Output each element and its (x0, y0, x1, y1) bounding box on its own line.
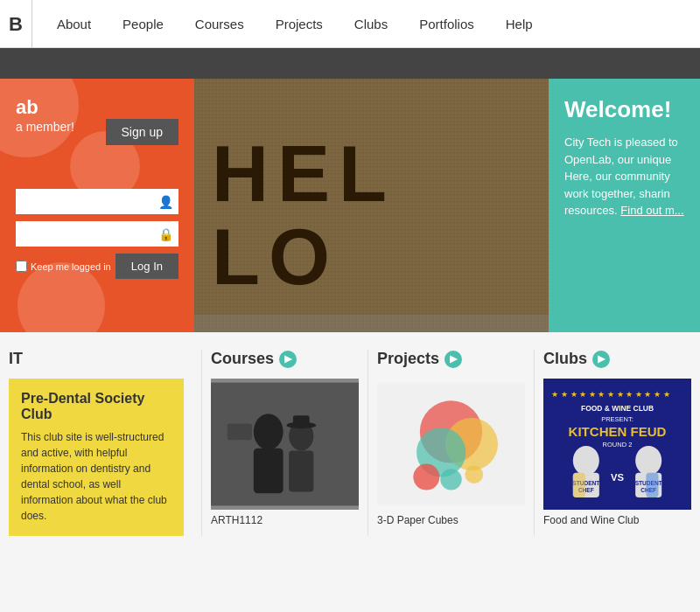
course-thumbnail[interactable] (211, 379, 359, 510)
svg-point-36 (635, 446, 662, 476)
nav-clubs[interactable]: Clubs (339, 0, 403, 47)
find-out-more-link[interactable]: Find out m... (620, 204, 683, 217)
svg-point-22 (413, 464, 439, 490)
dark-banner (0, 48, 700, 79)
navbar: B About People Courses Projects Clubs Po… (0, 0, 700, 48)
remember-text: Keep me logged in (31, 261, 111, 272)
login-form: 👤 🔒 Keep me logged in Log In (16, 189, 178, 279)
featured-club-card[interactable]: Pre-Dental Society Club This club site i… (9, 379, 184, 536)
projects-more-icon[interactable]: ▶ (444, 351, 462, 368)
course-image (211, 379, 359, 510)
svg-rect-13 (238, 440, 242, 473)
login-subtitle: a member! (16, 120, 74, 134)
courses-more-icon[interactable]: ▶ (279, 351, 297, 368)
hero-section: ab a member! Sign up 👤 🔒 Keep me logged … (0, 79, 700, 332)
project-thumbnail[interactable] (377, 379, 525, 510)
club-item-title: Food and Wine Club (543, 514, 691, 526)
main-content: IT Pre-Dental Society Club This club sit… (0, 332, 700, 553)
clubs-section: Clubs ▶ ★ ★ ★ ★ ★ ★ ★ ★ ★ ★ ★ ★ ★ FOOD &… (534, 350, 700, 536)
svg-text:LO: LO (212, 213, 339, 301)
svg-text:KITCHEN FEUD: KITCHEN FEUD (569, 424, 667, 439)
svg-text:HEL: HEL (212, 130, 396, 218)
svg-text:PRESENT:: PRESENT: (601, 415, 634, 423)
course-item-title: ARTH1112 (211, 514, 359, 526)
site-logo: B (9, 0, 32, 48)
featured-section-title: IT (0, 350, 192, 368)
svg-point-8 (254, 414, 284, 449)
courses-section: Courses ▶ ARTH1112 (201, 350, 368, 536)
svg-text:ROUND 2: ROUND 2 (603, 441, 633, 449)
svg-point-24 (465, 465, 483, 483)
project-item-title: 3-D Paper Cubes (377, 514, 525, 526)
courses-header: Courses ▶ (211, 350, 359, 368)
nav-people[interactable]: People (107, 0, 179, 47)
svg-rect-40 (573, 473, 585, 497)
nav-portfolios[interactable]: Portfolios (403, 0, 490, 47)
username-wrap: 👤 (16, 189, 178, 214)
login-bottom-bar: Keep me logged in Log In (16, 254, 178, 279)
nav-menu: About People Courses Projects Clubs Port… (41, 0, 549, 47)
clubs-header: Clubs ▶ (543, 350, 691, 368)
password-input[interactable] (16, 221, 178, 247)
svg-point-31 (573, 446, 599, 476)
doormat-illustration: HEL LO (194, 79, 549, 332)
nav-courses[interactable]: Courses (179, 0, 260, 47)
lock-icon: 🔒 (158, 227, 173, 241)
svg-rect-41 (646, 473, 658, 497)
featured-section: IT Pre-Dental Society Club This club sit… (0, 350, 201, 536)
project-image (377, 379, 525, 510)
password-wrap: 🔒 (16, 221, 178, 247)
nav-help[interactable]: Help (490, 0, 549, 47)
username-input[interactable] (16, 189, 178, 214)
remember-me-label[interactable]: Keep me logged in (16, 261, 111, 272)
signup-button[interactable]: Sign up (106, 119, 178, 145)
courses-title: Courses (211, 350, 274, 368)
login-panel: ab a member! Sign up 👤 🔒 Keep me logged … (0, 79, 194, 332)
svg-text:★ ★ ★ ★ ★ ★ ★ ★ ★ ★ ★ ★ ★: ★ ★ ★ ★ ★ ★ ★ ★ ★ ★ ★ ★ ★ (551, 390, 669, 399)
nav-about[interactable]: About (41, 0, 107, 47)
nav-projects[interactable]: Projects (260, 0, 339, 47)
login-button[interactable]: Log In (116, 254, 178, 279)
svg-rect-9 (254, 449, 284, 494)
projects-section: Projects ▶ 3-D Paper Cubes (368, 350, 534, 536)
projects-title: Projects (377, 350, 439, 368)
hero-image: HEL LO (194, 79, 549, 332)
svg-rect-7 (211, 383, 359, 506)
welcome-panel: Welcome! City Tech is pleased to OpenLab… (549, 79, 700, 332)
remember-checkbox[interactable] (16, 261, 27, 272)
svg-rect-12 (228, 424, 252, 441)
welcome-text: City Tech is pleased to OpenLab, our uni… (564, 134, 684, 219)
featured-club-name: Pre-Dental Society Club (21, 391, 172, 422)
svg-rect-6 (194, 315, 549, 332)
clubs-title: Clubs (543, 350, 587, 368)
club-image: ★ ★ ★ ★ ★ ★ ★ ★ ★ ★ ★ ★ ★ FOOD & WINE CL… (543, 379, 691, 510)
user-icon: 👤 (158, 195, 173, 209)
svg-point-23 (440, 469, 461, 490)
club-thumbnail[interactable]: ★ ★ ★ ★ ★ ★ ★ ★ ★ ★ ★ ★ ★ FOOD & WINE CL… (543, 379, 691, 510)
svg-text:FOOD & WINE CLUB: FOOD & WINE CLUB (581, 404, 654, 413)
featured-club-desc: This club site is well-structured and ac… (21, 429, 172, 524)
svg-rect-11 (289, 451, 313, 492)
svg-rect-17 (293, 415, 310, 427)
svg-text:VS: VS (611, 472, 625, 483)
clubs-more-icon[interactable]: ▶ (592, 351, 610, 368)
site-name-label: ab (16, 96, 38, 118)
welcome-title: Welcome! (564, 96, 684, 123)
projects-header: Projects ▶ (377, 350, 525, 368)
